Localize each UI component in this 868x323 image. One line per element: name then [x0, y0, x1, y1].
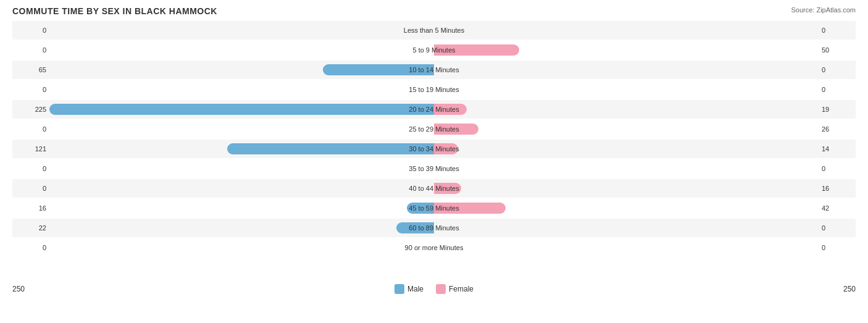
female-value: 0	[819, 165, 856, 172]
female-value: 50	[819, 46, 856, 54]
male-value: 0	[12, 125, 49, 133]
male-value: 22	[12, 224, 49, 232]
male-value: 0	[12, 46, 49, 54]
chart-row: 22520 to 24 Minutes19	[12, 100, 856, 119]
chart-container: COMMUTE TIME BY SEX IN BLACK HAMMOCK Sou…	[0, 0, 868, 323]
male-color-box	[394, 284, 404, 294]
male-value: 0	[12, 165, 49, 172]
row-label: 90 or more Minutes	[405, 244, 464, 251]
legend-male: Male	[394, 284, 424, 294]
legend: Male Female	[394, 284, 474, 294]
female-value: 16	[819, 185, 856, 192]
chart-row: 12130 to 34 Minutes14	[12, 140, 856, 158]
bars-area: 60 to 89 Minutes	[49, 219, 819, 237]
row-label: 25 to 29 Minutes	[409, 125, 459, 133]
row-label: 40 to 44 Minutes	[409, 185, 459, 192]
bars-area: 90 or more Minutes	[49, 238, 819, 257]
row-label: 35 to 39 Minutes	[409, 165, 459, 172]
row-label: 10 to 14 Minutes	[409, 66, 459, 73]
female-value: 0	[819, 27, 856, 34]
female-color-box	[436, 284, 446, 294]
male-value: 0	[12, 185, 49, 192]
bars-area: 30 to 34 Minutes	[49, 140, 819, 158]
male-value: 225	[12, 106, 49, 113]
male-bar	[49, 104, 434, 115]
bars-area: 35 to 39 Minutes	[49, 159, 819, 178]
male-value: 0	[12, 86, 49, 93]
female-value: 0	[819, 224, 856, 232]
bars-area: Less than 5 Minutes	[49, 21, 819, 40]
chart-row: 6510 to 14 Minutes0	[12, 61, 856, 79]
chart-row: 090 or more Minutes0	[12, 238, 856, 257]
female-value: 26	[819, 125, 856, 133]
male-bar	[227, 143, 434, 154]
chart-footer: 250 Male Female 250	[12, 284, 856, 294]
male-value: 0	[12, 27, 49, 34]
chart-row: 2260 to 89 Minutes0	[12, 219, 856, 237]
right-scale-label: 250	[843, 285, 856, 293]
chart-title: COMMUTE TIME BY SEX IN BLACK HAMMOCK	[12, 6, 856, 16]
bars-area: 10 to 14 Minutes	[49, 61, 819, 79]
male-label: Male	[407, 285, 424, 293]
row-label: Less than 5 Minutes	[404, 27, 464, 34]
bars-area: 15 to 19 Minutes	[49, 80, 819, 99]
row-label: 30 to 34 Minutes	[409, 145, 459, 153]
chart-row: 05 to 9 Minutes50	[12, 41, 856, 59]
chart-row: 040 to 44 Minutes16	[12, 179, 856, 198]
row-label: 60 to 89 Minutes	[409, 224, 459, 232]
female-label: Female	[449, 285, 474, 293]
female-value: 42	[819, 204, 856, 212]
male-value: 0	[12, 244, 49, 251]
row-label: 20 to 24 Minutes	[409, 106, 459, 113]
chart-row: 035 to 39 Minutes0	[12, 159, 856, 178]
source-label: Source: ZipAtlas.com	[791, 6, 856, 14]
chart-row: 0Less than 5 Minutes0	[12, 21, 856, 40]
chart-row: 015 to 19 Minutes0	[12, 80, 856, 99]
female-value: 0	[819, 66, 856, 73]
female-value: 14	[819, 145, 856, 153]
chart-row: 1645 to 59 Minutes42	[12, 199, 856, 217]
chart-area: 0Less than 5 Minutes005 to 9 Minutes5065…	[12, 21, 856, 280]
bars-area: 40 to 44 Minutes	[49, 179, 819, 198]
female-value: 0	[819, 244, 856, 251]
legend-female: Female	[436, 284, 474, 294]
bars-area: 20 to 24 Minutes	[49, 100, 819, 119]
row-label: 5 to 9 Minutes	[412, 46, 455, 54]
male-value: 65	[12, 66, 49, 73]
male-value: 16	[12, 204, 49, 212]
bars-area: 5 to 9 Minutes	[49, 41, 819, 59]
male-value: 121	[12, 145, 49, 153]
left-scale-label: 250	[12, 285, 25, 293]
bars-area: 45 to 59 Minutes	[49, 199, 819, 217]
female-value: 19	[819, 106, 856, 113]
female-value: 0	[819, 86, 856, 93]
chart-row: 025 to 29 Minutes26	[12, 120, 856, 138]
row-label: 15 to 19 Minutes	[409, 86, 459, 93]
bars-area: 25 to 29 Minutes	[49, 120, 819, 138]
row-label: 45 to 59 Minutes	[409, 204, 459, 212]
